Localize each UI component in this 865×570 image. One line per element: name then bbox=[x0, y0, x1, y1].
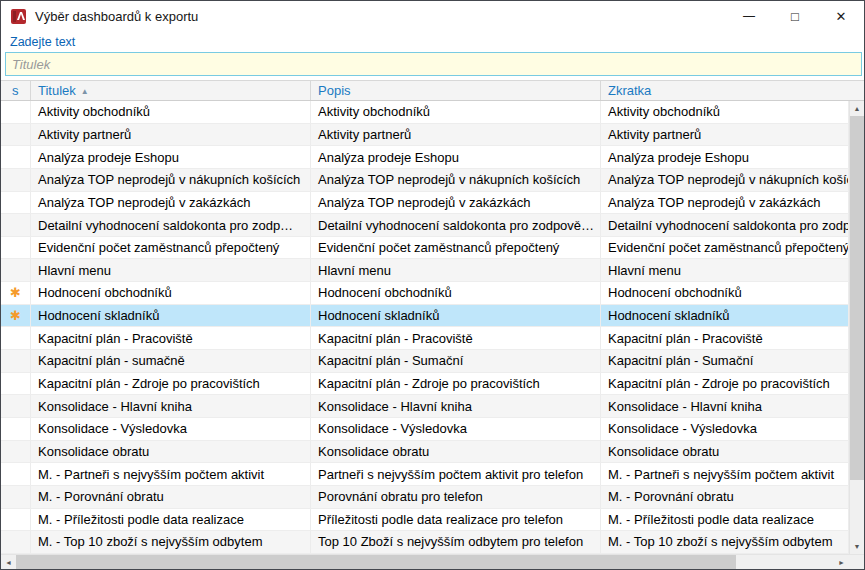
cell-titulek: Kapacitní plán - sumačně bbox=[31, 350, 311, 372]
status-cell bbox=[1, 214, 31, 236]
cell-titulek: Analýza TOP neprodejů v nákupních košící… bbox=[31, 169, 311, 191]
table-row[interactable]: M. - Top 10 zboží s nejvyšším odbytemTop… bbox=[1, 531, 849, 554]
cell-zkratka: Konsolidace - Hlavní kniha bbox=[601, 395, 849, 417]
cell-titulek: Detailní vyhodnocení saldokonta pro zodp… bbox=[31, 214, 311, 236]
table-row[interactable]: M. - Partneři s nejvyšším počtem aktivit… bbox=[1, 463, 849, 486]
grid-header: s Titulek ▲ Popis Zkratka bbox=[1, 80, 864, 101]
cell-zkratka: Detailní vyhodnocení saldokonta pro zodp… bbox=[601, 214, 849, 236]
titlebar[interactable]: Výběr dashboardů k exportu — □ ✕ bbox=[1, 1, 864, 31]
cell-titulek: Konsolidace - Výsledovka bbox=[31, 418, 311, 440]
cell-titulek: M. - Příležitosti podle data realizace bbox=[31, 509, 311, 531]
cell-zkratka: M. - Top 10 zboží s nejvyšším odbytem bbox=[601, 531, 849, 553]
cell-zkratka: Analýza TOP neprodejů v zakázkách bbox=[601, 192, 849, 214]
cell-zkratka: Hlavní menu bbox=[601, 259, 849, 281]
column-header-s[interactable]: s bbox=[1, 81, 31, 100]
table-row[interactable]: Evidenční počet zaměstnanců přepočtenýEv… bbox=[1, 237, 849, 260]
table-row[interactable]: ✱Hodnocení skladníkůHodnocení skladníkůH… bbox=[1, 305, 849, 328]
table-row[interactable]: Konsolidace obratuKonsolidace obratuKons… bbox=[1, 441, 849, 464]
cell-popis: Top 10 Zboží s nejvyšším odbytem pro tel… bbox=[311, 531, 601, 553]
cell-popis: Aktivity partnerů bbox=[311, 124, 601, 146]
status-cell bbox=[1, 350, 31, 372]
status-cell bbox=[1, 441, 31, 463]
column-header-popis[interactable]: Popis bbox=[311, 81, 601, 100]
table-row[interactable]: Konsolidace - VýsledovkaKonsolidace - Vý… bbox=[1, 418, 849, 441]
column-header-titulek[interactable]: Titulek ▲ bbox=[31, 81, 311, 100]
up-arrow-icon: ▲ bbox=[854, 105, 861, 112]
cell-zkratka: Hodnocení obchodníků bbox=[601, 282, 849, 304]
filter-bar: Zadejte text bbox=[1, 31, 864, 80]
status-cell bbox=[1, 259, 31, 281]
scroll-up-button[interactable]: ▲ bbox=[850, 101, 864, 116]
table-row[interactable]: M. - Porovnání obratuPorovnání obratu pr… bbox=[1, 486, 849, 509]
status-cell bbox=[1, 418, 31, 440]
status-cell bbox=[1, 486, 31, 508]
cell-titulek: M. - Top 10 zboží s nejvyšším odbytem bbox=[31, 531, 311, 553]
scroll-left-button[interactable]: ◄ bbox=[1, 555, 16, 569]
table-row[interactable]: Analýza prodeje EshopuAnalýza prodeje Es… bbox=[1, 146, 849, 169]
table-row[interactable]: Aktivity partnerůAktivity partnerůAktivi… bbox=[1, 124, 849, 147]
cell-titulek: Kapacitní plán - Zdroje po pracovištích bbox=[31, 373, 311, 395]
cell-titulek: M. - Porovnání obratu bbox=[31, 486, 311, 508]
table-row[interactable]: Analýza TOP neprodejů v zakázkáchAnalýza… bbox=[1, 192, 849, 215]
horizontal-scroll-track[interactable] bbox=[16, 555, 834, 569]
cell-zkratka: Analýza TOP neprodejů v nákupních košící… bbox=[601, 169, 849, 191]
column-header-s-label: s bbox=[12, 83, 19, 98]
table-row[interactable]: Detailní vyhodnocení saldokonta pro zodp… bbox=[1, 214, 849, 237]
cell-popis: Konsolidace - Hlavní kniha bbox=[311, 395, 601, 417]
vertical-scroll-track[interactable] bbox=[850, 116, 864, 539]
cell-titulek: Hodnocení skladníků bbox=[31, 305, 311, 327]
close-icon: ✕ bbox=[836, 9, 847, 24]
window-controls: — □ ✕ bbox=[726, 1, 864, 31]
cell-titulek: Aktivity obchodníků bbox=[31, 101, 311, 123]
table-row[interactable]: Konsolidace - Hlavní knihaKonsolidace - … bbox=[1, 395, 849, 418]
cell-titulek: Konsolidace obratu bbox=[31, 441, 311, 463]
cell-zkratka: Analýza prodeje Eshopu bbox=[601, 146, 849, 168]
column-header-zkratka[interactable]: Zkratka bbox=[601, 81, 864, 100]
cell-zkratka: Konsolidace - Výsledovka bbox=[601, 418, 849, 440]
maximize-icon: □ bbox=[791, 9, 799, 24]
scroll-right-button[interactable]: ► bbox=[834, 555, 849, 569]
table-row[interactable]: Aktivity obchodníkůAktivity obchodníkůAk… bbox=[1, 101, 849, 124]
table-row[interactable]: Kapacitní plán - Zdroje po pracovištíchK… bbox=[1, 373, 849, 396]
cell-popis: Kapacitní plán - Zdroje po pracovištích bbox=[311, 373, 601, 395]
down-arrow-icon: ▼ bbox=[854, 543, 861, 550]
cell-zkratka: Aktivity obchodníků bbox=[601, 101, 849, 123]
scrollbar-corner bbox=[849, 555, 864, 569]
sort-ascending-icon: ▲ bbox=[81, 86, 89, 96]
cell-popis: Evidenční počet zaměstnanců přepočtený bbox=[311, 237, 601, 259]
right-arrow-icon: ► bbox=[838, 559, 845, 566]
vertical-scrollbar[interactable]: ▲ ▼ bbox=[849, 101, 864, 554]
filter-input[interactable] bbox=[5, 52, 862, 76]
table-row[interactable]: ✱Hodnocení obchodníkůHodnocení obchodník… bbox=[1, 282, 849, 305]
minimize-button[interactable]: — bbox=[726, 1, 772, 31]
status-cell bbox=[1, 395, 31, 417]
cell-popis: Konsolidace obratu bbox=[311, 441, 601, 463]
cell-popis: Příležitosti podle data realizace pro te… bbox=[311, 509, 601, 531]
cell-titulek: Analýza prodeje Eshopu bbox=[31, 146, 311, 168]
cell-zkratka: Kapacitní plán - Zdroje po pracovištích bbox=[601, 373, 849, 395]
cell-titulek: Evidenční počet zaměstnanců přepočtený bbox=[31, 237, 311, 259]
table-row[interactable]: Analýza TOP neprodejů v nákupních košící… bbox=[1, 169, 849, 192]
status-cell bbox=[1, 101, 31, 123]
table-row[interactable]: Hlavní menuHlavní menuHlavní menu bbox=[1, 259, 849, 282]
cell-popis: Kapacitní plán - Sumační bbox=[311, 350, 601, 372]
window-title: Výběr dashboardů k exportu bbox=[35, 9, 198, 24]
cell-popis: Porovnání obratu pro telefon bbox=[311, 486, 601, 508]
cell-popis: Hlavní menu bbox=[311, 259, 601, 281]
cell-popis: Partneři s nejvyšším počtem aktivit pro … bbox=[311, 463, 601, 485]
close-button[interactable]: ✕ bbox=[818, 1, 864, 31]
minimize-icon: — bbox=[743, 9, 755, 23]
table-row[interactable]: Kapacitní plán - sumačněKapacitní plán -… bbox=[1, 350, 849, 373]
cell-popis: Hodnocení obchodníků bbox=[311, 282, 601, 304]
cell-popis: Konsolidace - Výsledovka bbox=[311, 418, 601, 440]
horizontal-scroll-thumb[interactable] bbox=[16, 555, 736, 569]
cell-popis: Analýza TOP neprodejů v zakázkách bbox=[311, 192, 601, 214]
scroll-down-button[interactable]: ▼ bbox=[850, 539, 864, 554]
cell-titulek: Hodnocení obchodníků bbox=[31, 282, 311, 304]
table-row[interactable]: M. - Příležitosti podle data realizacePř… bbox=[1, 509, 849, 532]
horizontal-scrollbar[interactable]: ◄ ► bbox=[1, 555, 849, 569]
table-row[interactable]: Kapacitní plán - PracovištěKapacitní plá… bbox=[1, 327, 849, 350]
vertical-scroll-thumb[interactable] bbox=[850, 116, 864, 480]
status-cell bbox=[1, 192, 31, 214]
maximize-button[interactable]: □ bbox=[772, 1, 818, 31]
